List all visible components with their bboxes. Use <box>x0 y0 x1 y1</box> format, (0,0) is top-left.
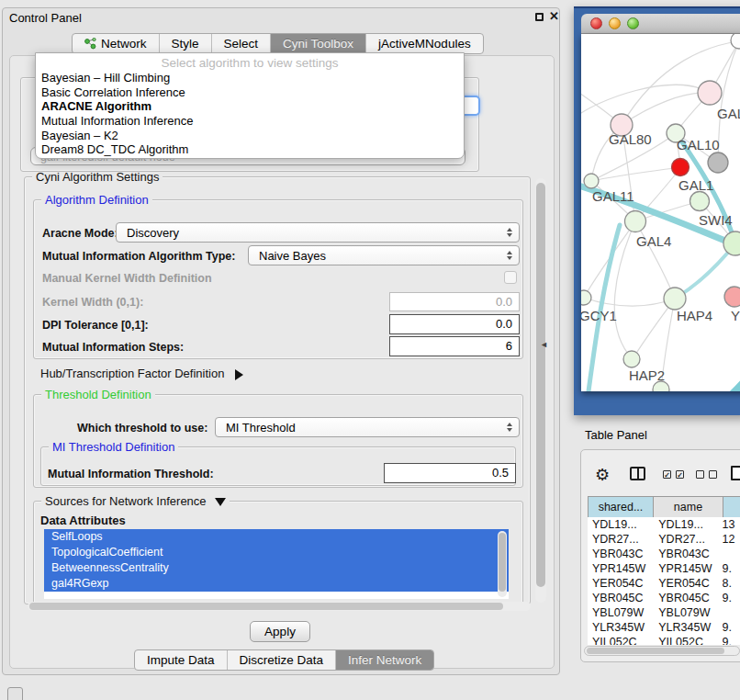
algorithm-option-selected[interactable]: ARACNE Algorithm <box>36 99 464 114</box>
column-header-partial[interactable]: A <box>723 496 740 518</box>
cell-name: YER054C <box>655 576 722 591</box>
aracne-mode-label: Aracne Mode: <box>42 227 118 240</box>
algorithm-option[interactable]: Bayesian – Hill Climbing <box>36 71 464 85</box>
cell-name: YPR145W <box>655 561 722 576</box>
apply-button[interactable]: Apply <box>250 621 310 642</box>
cell-value <box>723 605 740 620</box>
hub-definition-section[interactable]: Hub/Transcription Factor Definition <box>40 367 243 380</box>
float-window-icon[interactable] <box>535 13 544 21</box>
tab-jactivemnodules[interactable]: jActiveMNodules <box>366 34 483 53</box>
close-traffic-light-icon[interactable] <box>590 17 602 29</box>
tab-select[interactable]: Select <box>212 34 272 53</box>
tab-discretize-data-label: Discretize Data <box>240 653 324 667</box>
deselect-all-checkbox-icon[interactable] <box>696 470 704 479</box>
zoom-traffic-light-icon[interactable] <box>627 17 639 29</box>
cell-value: 9. <box>723 561 740 576</box>
table-row[interactable]: YER054C YER054C 8. <box>588 576 740 591</box>
node-right-green[interactable] <box>723 231 740 255</box>
node-gal4[interactable] <box>625 211 646 232</box>
close-icon[interactable]: ✕ <box>549 9 559 23</box>
stepper-arrows-icon <box>507 251 512 260</box>
select-all-checkbox-icon[interactable]: ✓ <box>663 470 671 479</box>
aracne-mode-combobox[interactable]: Discovery <box>116 222 520 243</box>
node-gray[interactable] <box>708 152 728 173</box>
cell-value: 9. <box>723 591 740 605</box>
algorithm-definition-title: Algorithm Definition <box>41 193 152 207</box>
algorithm-option[interactable]: Basic Correlation Inference <box>36 85 464 100</box>
panel-corner-button[interactable] <box>7 687 23 700</box>
attribute-item-selected[interactable]: gal4RGexp <box>44 576 509 592</box>
attributes-list-scrollbar[interactable] <box>498 531 507 597</box>
column-header-name[interactable]: name <box>653 496 723 518</box>
tab-infer-network-label: Infer Network <box>348 653 421 667</box>
cell-shared-name: YBR045C <box>588 591 655 605</box>
dpi-tolerance-label: DPI Tolerance [0,1]: <box>42 319 149 332</box>
cell-shared-name: YLR345W <box>588 620 655 635</box>
tab-cyni-toolbox[interactable]: Cyni Toolbox <box>271 34 366 53</box>
attribute-item-selected[interactable]: BetweennessCentrality <box>44 560 509 576</box>
algorithm-option[interactable]: Bayesian – K2 <box>36 129 464 143</box>
table-row[interactable]: YPR145W YPR145W 9. <box>588 561 740 576</box>
table-row[interactable]: YDL19... YDL19... 13 <box>588 517 740 532</box>
tab-select-label: Select <box>224 37 259 51</box>
algorithm-option[interactable]: Mutual Information Inference <box>36 114 464 129</box>
sources-group-title[interactable]: Sources for Network Inference <box>41 494 230 508</box>
column-header-shared-name[interactable]: shared... <box>588 496 653 518</box>
node-gcy1[interactable] <box>581 290 591 305</box>
stepper-arrows-icon <box>507 423 512 432</box>
kernel-width-field[interactable]: 0.0 <box>389 292 520 311</box>
table-row[interactable]: YLR345W YLR345W 9. <box>588 620 740 635</box>
table-row[interactable]: YBR043C YBR043C <box>588 547 740 561</box>
settings-vertical-scrollbar[interactable] <box>535 178 546 603</box>
node-label: GAL <box>717 106 740 121</box>
node-hap2[interactable] <box>623 351 640 367</box>
cell-name: YBL079W <box>655 605 722 620</box>
which-threshold-combobox[interactable]: MI Threshold <box>215 417 520 437</box>
network-view-window: GAL GAL80 GAL10 GAL11 GAL1 SWI4 GAL4 GCY… <box>574 6 740 415</box>
data-attributes-list[interactable]: SelfLoops TopologicalCoefficient Between… <box>44 529 509 599</box>
attribute-item-selected[interactable]: SelfLoops <box>44 529 509 545</box>
dpi-tolerance-field[interactable]: 0.0 <box>389 314 520 334</box>
mi-type-combobox[interactable]: Naive Bayes <box>248 245 520 265</box>
tab-network[interactable]: Network <box>73 34 160 53</box>
minimize-traffic-light-icon[interactable] <box>609 17 621 29</box>
node-gal11[interactable] <box>584 174 599 188</box>
network-canvas[interactable]: GAL GAL80 GAL10 GAL11 GAL1 SWI4 GAL4 GCY… <box>581 34 740 391</box>
table-row[interactable]: YIL052C YIL052C 9. <box>588 635 740 645</box>
node-hap4[interactable] <box>664 288 686 310</box>
node-gal-partial[interactable] <box>698 81 722 105</box>
manual-kernel-checkbox[interactable] <box>504 271 517 284</box>
node-unlabeled[interactable] <box>731 34 740 49</box>
table-header: shared... name A <box>588 496 740 518</box>
gear-icon[interactable]: ⚙ <box>595 465 610 485</box>
algorithm-option[interactable]: Dream8 DC_TDC Algorithm <box>36 142 464 157</box>
select-all-checkbox-icon[interactable]: ✓ <box>676 470 684 479</box>
node-red-selected[interactable] <box>672 159 690 176</box>
table-row[interactable]: YBL079W YBL079W <box>588 605 740 620</box>
tab-impute-data[interactable]: Impute Data <box>135 650 228 670</box>
table-body[interactable]: YDL19... YDL19... 13 YDR27... YDR27... 1… <box>588 517 740 645</box>
attribute-item-selected[interactable]: TopologicalCoefficient <box>44 545 509 560</box>
screen: { "colors": { "selection_blue": "#3a72d8… <box>0 0 740 700</box>
tab-discretize-data[interactable]: Discretize Data <box>228 650 337 670</box>
tab-infer-network[interactable]: Infer Network <box>336 650 433 670</box>
settings-horizontal-scrollbar[interactable] <box>28 602 531 611</box>
tab-style[interactable]: Style <box>160 34 212 53</box>
cell-shared-name: YDL19... <box>588 517 655 532</box>
node-y-partial[interactable] <box>724 287 740 307</box>
cell-shared-name: YER054C <box>588 576 655 591</box>
table-horizontal-scrollbar[interactable] <box>584 646 740 656</box>
settings-group-title: Cyni Algorithm Settings <box>32 170 163 184</box>
table-row[interactable]: YBR045C YBR045C 9. <box>588 591 740 605</box>
deselect-all-checkbox-icon[interactable] <box>709 470 717 479</box>
mi-threshold-field[interactable]: 0.5 <box>384 463 516 483</box>
document-icon[interactable] <box>731 466 740 480</box>
cell-shared-name: YBR043C <box>588 547 655 561</box>
tab-impute-data-label: Impute Data <box>147 653 215 667</box>
mi-steps-field[interactable]: 6 <box>389 336 520 356</box>
network-window-titlebar[interactable] <box>581 14 740 34</box>
table-row[interactable]: YDR27... YDR27... 12 <box>588 532 740 547</box>
stepper-arrows-icon <box>507 228 512 237</box>
node-gal1[interactable] <box>690 192 710 211</box>
split-columns-icon[interactable] <box>630 467 645 480</box>
